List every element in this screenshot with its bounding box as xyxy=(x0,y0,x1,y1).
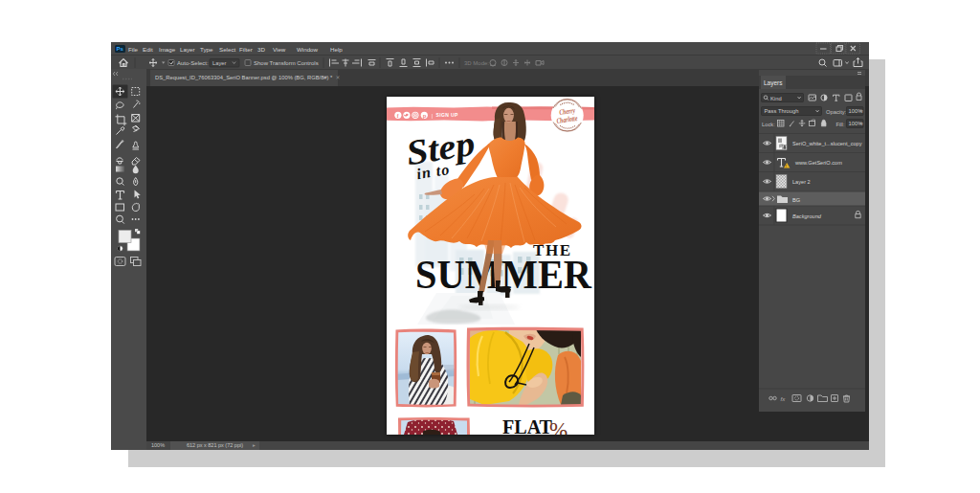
svg-text:3D Mode:: 3D Mode: xyxy=(464,60,489,66)
svg-text:f: f xyxy=(397,113,399,119)
svg-text:Auto-Select:: Auto-Select: xyxy=(177,60,209,66)
svg-text:Opacity:: Opacity: xyxy=(826,109,847,115)
svg-text:|: | xyxy=(432,113,433,119)
svg-text:SeriO_white_t...slucent_copy: SeriO_white_t...slucent_copy xyxy=(792,141,862,146)
svg-text:Background: Background xyxy=(792,213,822,219)
svg-text:Fill:: Fill: xyxy=(836,122,845,127)
svg-text:Layer 2: Layer 2 xyxy=(792,179,811,185)
svg-text:FLAT: FLAT xyxy=(502,415,552,435)
svg-text:Lock:: Lock: xyxy=(762,122,775,127)
svg-text:SIGN UP: SIGN UP xyxy=(436,112,459,118)
svg-text:Pass Through: Pass Through xyxy=(765,108,799,114)
svg-text:!: ! xyxy=(786,164,787,168)
svg-text:BG: BG xyxy=(792,197,800,203)
svg-text:Layers: Layers xyxy=(764,79,783,87)
svg-text:Kind: Kind xyxy=(770,96,782,101)
svg-text:%: % xyxy=(549,418,568,435)
svg-text:Show Transform Controls: Show Transform Controls xyxy=(254,60,319,66)
svg-text:p: p xyxy=(423,113,427,119)
svg-text:www.GetSeriO.com: www.GetSeriO.com xyxy=(794,160,842,166)
svg-text:Layer: Layer xyxy=(212,60,227,66)
